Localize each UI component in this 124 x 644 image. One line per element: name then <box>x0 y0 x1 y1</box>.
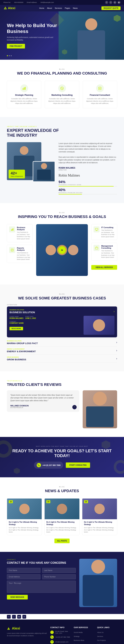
play-button[interactable] <box>58 246 66 254</box>
request-quote-button[interactable]: REQUEST QUOTE <box>102 6 121 10</box>
twitter-icon[interactable]: t <box>109 1 112 4</box>
all-posts-button[interactable]: ALL POSTS <box>54 538 70 543</box>
expert-images: 42+ Years of Experience <box>7 142 55 180</box>
linkedin-icon[interactable]: in <box>113 1 117 4</box>
phone-input[interactable] <box>42 574 76 579</box>
service-desc-3: Curavalec duis sollc adillinces. Donec d… <box>85 98 114 105</box>
expert-content: 42+ Years of Experience Lorem ipsum dolo… <box>7 142 117 194</box>
goal-title-3: IT Consulting <box>101 226 115 228</box>
case-1-client-label: CLIENT NAME <box>9 316 23 317</box>
goals-section: Blog INSPIRING YOU TO REACH BUSINESS & G… <box>0 203 124 284</box>
svg-rect-2 <box>23 88 23 90</box>
footer-link-3[interactable]: Our Projects <box>97 640 106 641</box>
case-1-company-label: COMPANY <box>9 320 24 322</box>
footer-service-1[interactable]: Social Media <box>74 632 83 633</box>
hero-image <box>59 12 124 60</box>
news-section-label: Blog <box>7 486 117 488</box>
news-card-3: 23 Do it right Is The Ultimate Winning S… <box>82 498 117 535</box>
news-grid: 23 Do it right Is The Ultimate Winning S… <box>7 498 117 535</box>
case-1-info: CLIENT NAME ROBIN MALIMES START DATE JUN… <box>9 316 81 330</box>
footer-link-2[interactable]: Services <box>97 636 103 637</box>
reviews-section: Testimonials TRUSTED CLIENT'S REVIEWS "Q… <box>0 371 124 437</box>
last-name-input[interactable] <box>42 568 76 573</box>
footer-location-icon: 📍 <box>50 630 54 634</box>
news-image-2: 23 <box>45 498 79 519</box>
goal-item-2: Reports Analysis Your business is our bu… <box>7 245 33 263</box>
cta-start-consulting-button[interactable]: START CONSULTING <box>66 462 90 468</box>
footer-link-1[interactable]: About Us <box>97 632 104 633</box>
hero-cta-button[interactable]: FIND PROJECT <box>7 44 25 48</box>
footer-social-bar: f t ▶ in <box>0 614 124 620</box>
svg-rect-18 <box>95 247 98 249</box>
youtube-icon[interactable]: ▶ <box>118 1 121 4</box>
contact-title: CONTACT ME IF YOU HAVE ANY CONCERNS <box>7 561 76 564</box>
news-body-2: Do it right Is The Ultimate Winning Stra… <box>45 519 79 535</box>
footer-service-3[interactable]: Business Ideas <box>74 640 84 641</box>
expert-section: ABOUT THE UNIQUE AGENCY EXPERT KNOWLEDGE… <box>0 117 124 203</box>
case-item-2[interactable]: BUSINESS SOLUTION MARINA GROUP LOSS FACT… <box>7 338 117 346</box>
message-input[interactable] <box>7 581 76 593</box>
footer-email: info@example.com <box>55 641 68 643</box>
cta-best-label: BEST WORK WITH THE BEST TEAM THAT YOU BE… <box>7 446 117 447</box>
cases-title: WE SOLVE SOME GREATEST BUSINESS CASES <box>7 296 117 300</box>
footer-logo: Alexi <box>7 626 47 630</box>
footer-contact-title: CONTACT INFO <box>50 626 70 628</box>
footer-facebook-icon[interactable]: f <box>7 615 11 619</box>
send-message-button[interactable]: SEND MESSAGE <box>7 595 28 600</box>
stat-1-value: 94% <box>59 180 117 184</box>
stat-2: 40% BUSINESS PROBLEM SOLVED <box>59 188 117 194</box>
nav-home[interactable]: Home <box>39 7 44 9</box>
footer-linkedin-icon[interactable]: in <box>22 615 26 619</box>
hero-dot-1[interactable] <box>7 55 8 56</box>
goal-icon-1 <box>9 226 15 232</box>
news-date-1: 23 <box>9 500 13 503</box>
view-all-services-button[interactable]: VIEW ALL SERVICES <box>91 265 117 270</box>
goal-desc-4: Your business is our business. Your busi… <box>101 250 115 258</box>
goal-desc-3: Your business is our business. Your busi… <box>101 229 115 238</box>
footer-youtube-icon[interactable]: ▶ <box>17 615 21 619</box>
case-1-date-label: START DATE <box>25 316 36 317</box>
case-1-arrow-icon: › <box>114 310 115 313</box>
svg-rect-15 <box>95 228 98 230</box>
nav-services[interactable]: Services <box>55 7 62 9</box>
first-name-input[interactable] <box>7 568 40 573</box>
nav-about[interactable]: About <box>47 7 52 9</box>
contact-section-label: Contact <box>7 559 76 560</box>
hero-subtitle: Achieving high-performance, automated re… <box>7 36 59 41</box>
svg-text:A: A <box>5 8 6 9</box>
cta-phone-icon: 📞 <box>37 463 41 467</box>
svg-rect-9 <box>13 228 13 231</box>
case-1-read-more-button[interactable]: READ MORE <box>9 327 23 330</box>
goals-title: INSPIRING YOU TO REACH BUSINESS & GOALS <box>7 214 117 219</box>
stat-1-bar <box>59 186 117 186</box>
goal-text-2: Reports Analysis Your business is our bu… <box>17 247 30 260</box>
expert-author-role: DIRECTOR <box>59 169 117 171</box>
footer-service-2[interactable]: Strategy <box>74 636 80 637</box>
expert-text: Lorem ipsum dolor sit amet consectetur a… <box>59 142 117 194</box>
services-section: Blog WE DO FINANCIAL PLANNING AND CONSUL… <box>0 60 124 117</box>
email-input[interactable] <box>7 574 40 579</box>
case-item-3[interactable]: ENERGY & ENVIRONMENT ENERGY & ENVIRONMEN… <box>7 346 117 354</box>
hero-dot-2[interactable] <box>9 55 10 56</box>
svg-rect-3 <box>24 87 24 90</box>
review-image-placeholder <box>83 390 117 428</box>
news-image-1: 23 <box>7 498 42 519</box>
news-body-3: Do it right Is The Ultimate Winning Stra… <box>82 519 117 535</box>
service-card-3: Financial Consultant Curavalec duis soll… <box>83 81 117 108</box>
case-item-4[interactable]: GROW BUSINESS GROW BUSINESS › <box>7 354 117 363</box>
svg-marker-14 <box>61 249 63 251</box>
goals-layout: Business Analysis Your business is our b… <box>7 224 117 276</box>
cta-hex-deco-1 <box>102 440 110 449</box>
news-body-1: Do it right Is The Ultimate Winning Stra… <box>7 519 42 535</box>
case-item-1-active[interactable]: BUSINESS SOLUTION BUSINESS SOLUTION › CL… <box>7 306 117 337</box>
goal-desc-1: Your business is our business. Your busi… <box>17 231 30 240</box>
footer-twitter-icon[interactable]: t <box>12 615 16 619</box>
nav-news[interactable]: News <box>73 7 78 9</box>
logo[interactable]: A Alexi <box>3 6 15 10</box>
hero-dot-3[interactable] <box>11 55 12 56</box>
nav-pages[interactable]: Pages <box>65 7 70 9</box>
review-image <box>83 390 117 428</box>
facebook-icon[interactable]: f <box>105 1 108 4</box>
cta-phone: 📞 +44 (0) 207 880 7888 <box>34 462 63 469</box>
news-article-title-3: Do it right Is The Ultimate Winning Stra… <box>84 521 115 526</box>
